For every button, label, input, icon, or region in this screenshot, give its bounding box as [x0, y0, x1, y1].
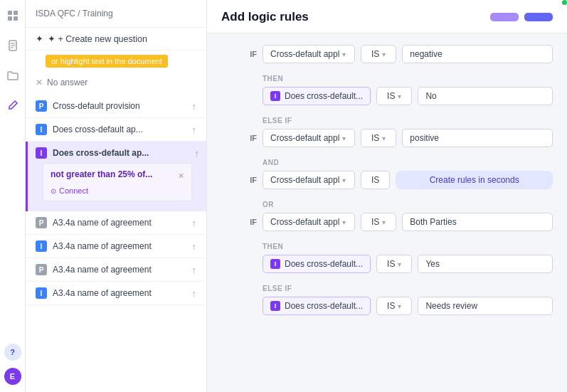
and-connector: AND — [221, 154, 553, 171]
nav-document-icon[interactable] — [4, 37, 21, 54]
item-badge: P — [36, 217, 47, 228]
sidebar-item-3[interactable]: P A3.4a name of agreement ↑ — [26, 211, 206, 235]
item-badge: I — [36, 287, 47, 299]
sidebar-item-1[interactable]: I Does cross-default ap... ↑ — [26, 118, 206, 142]
item-upload-icon[interactable]: ↑ — [192, 265, 197, 275]
item-label: A3.4a name of agreement — [53, 288, 152, 298]
chevron-down-icon: ▾ — [398, 302, 401, 310]
highlight-hint: or highlight text in the document — [46, 55, 168, 68]
header-btn1[interactable] — [490, 13, 519, 21]
sidebar-item-4[interactable]: I A3.4a name of agreement ↑ — [26, 235, 206, 258]
breadcrumb: ISDA QFC / Training — [36, 9, 196, 18]
item-label: A3.4a name of agreement — [53, 265, 152, 275]
item-upload-icon[interactable]: ↑ — [192, 241, 197, 252]
header-btn2[interactable] — [524, 13, 553, 21]
rule-op-select-3[interactable]: IS ▾ — [361, 129, 396, 147]
rule-value-input-5[interactable] — [402, 213, 553, 231]
rule-field-text: Cross-default appl — [270, 217, 339, 227]
rule-field-text: Does cross-default... — [285, 301, 363, 311]
sidebar: ISDA QFC / Training ✦ ✦ + Create new que… — [26, 0, 207, 392]
sidebar-item-left: P A3.4a name of agreement — [36, 217, 188, 228]
item-upload-icon[interactable]: ↑ — [192, 218, 197, 228]
chevron-down-icon: ▾ — [398, 92, 401, 100]
item-badge: P — [36, 100, 47, 112]
nav-grid-icon[interactable] — [4, 7, 21, 24]
create-question-button[interactable]: ✦ ✦ + Create new question — [26, 28, 206, 51]
connect-button[interactable]: ⊙ Connect — [51, 186, 88, 195]
tooltip-text: Create rules in seconds — [430, 175, 519, 185]
rule-field-select-1[interactable]: Cross-default appl ▾ — [263, 45, 355, 63]
rule-value-input-7[interactable] — [418, 297, 553, 315]
main-header: Add logic rules — [207, 0, 567, 33]
svg-rect-0 — [8, 11, 12, 15]
left-nav: ? E — [0, 0, 26, 392]
rule-row-3: IF Cross-default appl ▾ IS ▾ — [221, 129, 553, 147]
rule-field-select-3[interactable]: Cross-default appl ▾ — [263, 129, 355, 147]
rule-if-label: IF — [221, 218, 257, 226]
sidebar-item-0[interactable]: P Cross-default provision ↑ — [26, 95, 206, 118]
rule-field-select-7[interactable]: I Does cross-default... — [263, 297, 371, 315]
nav-question-icon[interactable]: ? — [4, 344, 21, 361]
rule-op-select-5[interactable]: IS ▾ — [361, 213, 396, 231]
rule-row-6: I Does cross-default... IS ▾ — [221, 255, 553, 273]
chevron-down-icon: ▾ — [382, 51, 386, 58]
sidebar-item-left: I A3.4a name of agreement — [36, 240, 188, 252]
no-answer-row: ✕ No answer — [26, 75, 206, 95]
sidebar-item-6[interactable]: I A3.4a name of agreement ↑ — [26, 282, 206, 305]
x-icon: ✕ — [36, 78, 43, 88]
item-label: A3.4a name of agreement — [53, 218, 152, 228]
rule-op-select-1[interactable]: IS ▾ — [361, 45, 396, 63]
rule-row-4: IF Cross-default appl ▾ IS Create rules … — [221, 171, 553, 189]
rule-field-text: Cross-default appl — [270, 133, 339, 143]
rule-op-select-7[interactable]: IS ▾ — [376, 297, 412, 315]
rule-value-input-1[interactable] — [402, 45, 553, 63]
rule-field-select-5[interactable]: Cross-default appl ▾ — [263, 213, 355, 231]
sub-item: not greater than 25% of... ✕ ⊙ Connect — [43, 163, 192, 201]
page-title: Add logic rules — [221, 10, 309, 24]
rule-row-1: IF Cross-default appl ▾ IS ▾ — [221, 45, 553, 63]
rule-field-text: Cross-default appl — [270, 175, 339, 185]
item-upload-icon[interactable]: ↑ — [192, 125, 197, 135]
sidebar-item-5[interactable]: P A3.4a name of agreement ↑ — [26, 258, 206, 282]
sidebar-item-2[interactable]: I Does cross-default ap... ↑ not greater… — [26, 142, 206, 211]
then-connector-1: THEN — [221, 70, 553, 87]
rule-op-select-2[interactable]: IS ▾ — [376, 87, 412, 105]
or-connector: OR — [221, 196, 553, 213]
rule-field-select-6[interactable]: I Does cross-default... — [263, 255, 371, 273]
rule-value-input-3[interactable] — [402, 129, 553, 147]
rule-row-5: IF Cross-default appl ▾ IS ▾ — [221, 213, 553, 231]
rule-op-select-4[interactable]: IS — [361, 171, 390, 189]
item-upload-icon[interactable]: ↑ — [192, 288, 197, 299]
item-upload-icon[interactable]: ↑ — [195, 148, 200, 159]
nav-folder-icon[interactable] — [4, 67, 21, 84]
item-badge: P — [36, 264, 47, 275]
nav-pen-icon[interactable] — [4, 97, 21, 114]
connect-label: Connect — [59, 186, 88, 195]
item-badge: I — [36, 147, 47, 159]
rule-field-select-2[interactable]: I Does cross-default... — [263, 87, 371, 105]
item-label: Does cross-default ap... — [53, 125, 143, 134]
else-if-connector-2: ELSE IF — [221, 280, 553, 297]
rule-row-2: I Does cross-default... IS ▾ — [221, 87, 553, 105]
item-label: Does cross-default ap... — [53, 148, 149, 158]
rule-if-label: IF — [221, 134, 257, 142]
item-upload-icon[interactable]: ↑ — [192, 101, 197, 112]
rule-value-input-6[interactable] — [418, 255, 553, 273]
rule-op-select-6[interactable]: IS ▾ — [376, 255, 412, 273]
rule-if-label: IF — [221, 50, 257, 58]
chevron-down-icon: ▾ — [342, 176, 346, 184]
rule-field-select-4[interactable]: Cross-default appl ▾ — [263, 171, 355, 189]
tooltip-bubble: Create rules in seconds — [396, 171, 553, 189]
nav-user-icon[interactable]: E — [4, 368, 21, 385]
chevron-down-icon: ▾ — [398, 260, 401, 268]
sub-item-close-icon[interactable]: ✕ — [178, 171, 184, 181]
else-if-connector-1: ELSE IF — [221, 112, 553, 129]
rule-op-text: IS — [371, 175, 379, 185]
item-badge: I — [36, 124, 47, 135]
no-answer-label: No answer — [47, 78, 88, 88]
chevron-down-icon: ▾ — [342, 134, 346, 142]
item-label: Cross-default provision — [53, 101, 140, 111]
item-badge-small: I — [270, 91, 280, 101]
sidebar-item-left: P A3.4a name of agreement — [36, 264, 188, 275]
rule-value-input-2[interactable] — [418, 87, 553, 105]
